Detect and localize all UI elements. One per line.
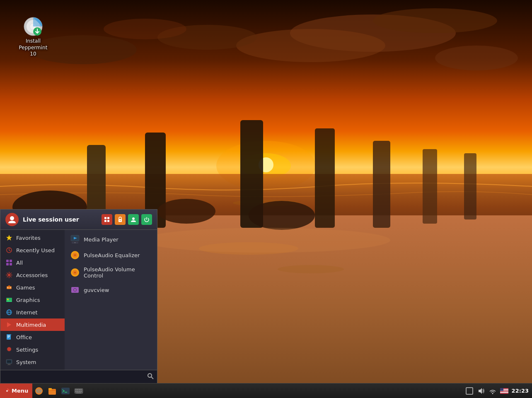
guvcview-icon	[70, 285, 80, 294]
accessories-label: Accessories	[16, 272, 48, 278]
graphics-icon	[5, 296, 13, 304]
sidebar-item-settings[interactable]: Settings	[0, 343, 65, 356]
svg-point-102	[492, 393, 493, 394]
install-peppermint-icon[interactable]: Install Peppermint 10	[17, 17, 50, 58]
language-flag-icon[interactable]	[500, 387, 508, 395]
svg-point-48	[7, 287, 8, 288]
favorites-icon	[5, 234, 13, 241]
svg-rect-60	[7, 337, 9, 338]
svg-rect-57	[7, 334, 11, 340]
sidebar-item-accessories[interactable]: Accessories	[0, 269, 65, 281]
graphics-label: Graphics	[16, 297, 40, 303]
svg-rect-43	[6, 263, 9, 265]
svg-point-38	[132, 217, 135, 220]
internet-label: Internet	[16, 309, 38, 316]
all-label: All	[16, 260, 23, 266]
search-button[interactable]	[147, 373, 154, 381]
clouds-overlay	[0, 0, 532, 139]
sidebar-item-system[interactable]: System	[0, 356, 65, 368]
svg-rect-42	[10, 260, 12, 262]
pulseaudio-eq-icon	[70, 251, 80, 260]
multimedia-icon	[5, 321, 13, 328]
svg-rect-32	[104, 217, 106, 219]
file-manager-btn[interactable]	[46, 385, 58, 397]
pulseaudio-vol-icon	[70, 268, 80, 277]
system-label: System	[16, 359, 36, 365]
svg-marker-101	[479, 388, 482, 394]
lock-btn[interactable]	[115, 214, 126, 225]
media-player-icon	[70, 235, 80, 244]
pulseaudio-vol-label: PulseAudio Volume Control	[84, 266, 151, 279]
system-icon	[5, 358, 13, 366]
firefox-btn[interactable]	[33, 385, 45, 397]
menu-label: Menu	[12, 388, 28, 394]
svg-point-70	[75, 242, 75, 243]
user-name-label: Live session user	[23, 216, 97, 223]
menu-body: Favorites Recently Used	[0, 230, 157, 370]
submenu-pulseaudio-vol[interactable]: PulseAudio Volume Control	[65, 263, 157, 282]
svg-rect-97	[79, 391, 80, 392]
svg-rect-34	[104, 220, 106, 222]
menu-right-panel: Media Player PulseAudio Equalizer	[65, 230, 157, 370]
keyboard-btn[interactable]	[73, 385, 85, 397]
sidebar-item-games[interactable]: Games	[0, 281, 65, 294]
svg-rect-95	[75, 391, 77, 392]
svg-point-31	[10, 216, 14, 220]
svg-point-83	[6, 390, 8, 392]
screenshot-btn[interactable]	[102, 214, 112, 225]
sidebar-item-graphics[interactable]: Graphics	[0, 294, 65, 306]
svg-point-80	[148, 374, 152, 377]
svg-rect-59	[7, 336, 10, 337]
svg-point-76	[74, 272, 76, 273]
recently-used-icon	[5, 246, 13, 254]
internet-icon	[5, 309, 13, 316]
sidebar-item-multimedia[interactable]: Multimedia	[0, 318, 65, 331]
sidebar-item-internet[interactable]: Internet	[0, 306, 65, 318]
all-icon	[5, 259, 13, 266]
menu-left-panel: Favorites Recently Used	[0, 230, 65, 370]
media-player-label: Media Player	[84, 236, 118, 243]
svg-marker-39	[6, 235, 12, 241]
menu-button[interactable]: Menu	[0, 384, 32, 398]
svg-point-37	[120, 220, 121, 221]
submenu-media-player[interactable]: Media Player	[65, 232, 157, 247]
svg-rect-35	[107, 220, 109, 222]
terminal-btn[interactable]	[60, 385, 71, 397]
svg-rect-99	[76, 393, 81, 393]
menu-header: Live session user	[0, 210, 157, 230]
volume-icon[interactable]	[477, 387, 485, 395]
svg-rect-33	[107, 217, 109, 219]
user-avatar	[5, 213, 19, 226]
svg-rect-44	[10, 263, 12, 265]
settings-label: Settings	[16, 347, 38, 353]
svg-marker-61	[11, 334, 12, 335]
sidebar-item-office[interactable]: Office	[0, 331, 65, 343]
header-icons	[102, 214, 152, 225]
recently-used-label: Recently Used	[16, 247, 55, 253]
svg-rect-41	[6, 260, 9, 262]
sidebar-item-favorites[interactable]: Favorites	[0, 232, 65, 244]
svg-rect-47	[8, 285, 10, 287]
submenu-pulseaudio-eq[interactable]: PulseAudio Equalizer	[65, 247, 157, 263]
sidebar-item-all[interactable]: All	[0, 256, 65, 269]
svg-rect-65	[8, 364, 10, 365]
svg-point-45	[8, 274, 10, 276]
user-btn[interactable]	[128, 214, 139, 225]
svg-point-25	[278, 265, 344, 273]
search-input[interactable]	[4, 372, 147, 381]
sidebar-item-recently-used[interactable]: Recently Used	[0, 244, 65, 256]
power-btn[interactable]	[141, 214, 152, 225]
submenu-guvcview[interactable]: guvcview	[65, 282, 157, 298]
network-icon[interactable]	[488, 387, 497, 395]
taskbar: Menu	[0, 383, 532, 398]
svg-rect-58	[7, 335, 10, 336]
window-manager-icon[interactable]	[465, 387, 474, 395]
svg-point-49	[10, 287, 11, 288]
svg-point-73	[74, 254, 76, 256]
games-icon	[5, 284, 13, 291]
svg-marker-56	[7, 322, 11, 327]
games-label: Games	[16, 285, 35, 291]
svg-line-81	[151, 377, 153, 379]
install-peppermint-label: Install Peppermint 10	[17, 38, 50, 58]
svg-rect-94	[80, 389, 82, 390]
